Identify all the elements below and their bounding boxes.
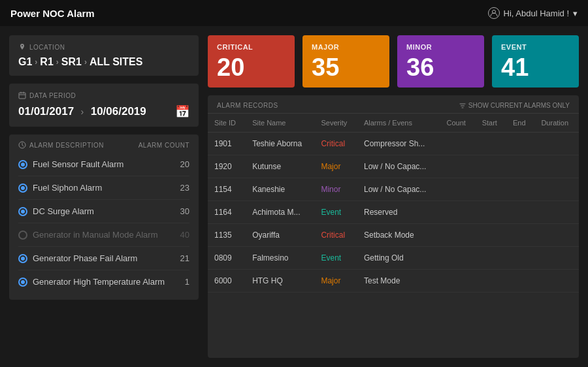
cell-severity: Critical: [314, 224, 357, 247]
cell-end: [506, 178, 534, 201]
alarm-name: Generator High Temperature Alarm: [33, 277, 165, 287]
cell-alarm: Low / No Capac...: [357, 155, 440, 178]
stat-card-major: MAJOR 35: [302, 35, 389, 88]
alarm-list-item[interactable]: DC Surge Alarm 30: [18, 200, 189, 223]
alarm-item-left: Generator Phase Fail Alarm: [18, 253, 137, 263]
cell-end: [506, 247, 534, 270]
dropdown-icon: ▾: [573, 8, 578, 18]
alarm-count: 21: [180, 253, 189, 263]
cell-site-name: Oyariffa: [246, 224, 314, 247]
cell-alarm: Getting Old: [357, 247, 440, 270]
cell-site-name: Kutunse: [246, 155, 314, 178]
cell-start: [476, 178, 506, 201]
alarm-items-list: Fuel Sensor Fault Alarm 20 Fuel Siphon A…: [18, 153, 189, 293]
cell-start: [476, 247, 506, 270]
table-column-header: End: [506, 114, 534, 133]
breadcrumb: G1 › R1 › SR1 › ALL SITES: [18, 56, 189, 68]
cell-site-name: Teshie Aborna: [246, 133, 314, 155]
cell-site-id: 6000: [208, 270, 246, 293]
cell-end: [506, 155, 534, 178]
table-column-header: Severity: [314, 114, 357, 133]
stat-card-critical: CRITICAL 20: [208, 35, 295, 88]
user-menu[interactable]: Hi, Abdul Hamid ! ▾: [488, 7, 578, 19]
cell-site-id: 1154: [208, 178, 246, 201]
calendar-pick-icon[interactable]: 📅: [175, 104, 189, 119]
alarm-records-card: ALARM RECORDS SHOW CURRENT ALARMS ONLY S…: [208, 95, 579, 358]
alarm-name: Generator in Manual Mode Alarm: [33, 230, 157, 240]
date-range: 01/01/2017 › 10/06/2019 📅: [18, 104, 189, 119]
breadcrumb-g1: G1: [18, 56, 32, 68]
cell-site-id: 1135: [208, 224, 246, 247]
alarm-records-table-container[interactable]: Site IDSite NameSeverityAlarms / EvensCo…: [208, 114, 579, 358]
table-column-header: Duration: [534, 114, 579, 133]
breadcrumb-r1: R1: [40, 56, 53, 68]
cell-count: [440, 247, 476, 270]
location-icon: [18, 43, 26, 51]
alarm-list-item[interactable]: Generator in Manual Mode Alarm 40: [18, 223, 189, 247]
stat-value: 35: [312, 55, 380, 80]
date-separator: ›: [81, 106, 84, 117]
cell-end: [506, 201, 534, 224]
stat-label: MINOR: [406, 43, 475, 51]
cell-site-id: 1920: [208, 155, 246, 178]
user-label: Hi, Abdul Hamid !: [504, 8, 569, 18]
cell-duration: [534, 224, 579, 247]
calendar-icon: [18, 91, 26, 99]
alarm-description-card: ALARM DESCRIPTION ALARM COUNT Fuel Senso…: [9, 135, 199, 300]
alarm-list-item[interactable]: Generator High Temperature Alarm 1: [18, 270, 189, 293]
topnav: Power NOC Alarm Hi, Abdul Hamid ! ▾: [0, 0, 588, 26]
location-card: LOCATION G1 › R1 › SR1 › ALL SITES: [9, 35, 199, 76]
table-header: Site IDSite NameSeverityAlarms / EvensCo…: [208, 114, 579, 133]
breadcrumb-allsites: ALL SITES: [90, 56, 143, 68]
alarm-list-item[interactable]: Fuel Sensor Fault Alarm 20: [18, 153, 189, 176]
breadcrumb-arrow-2: ›: [56, 57, 59, 67]
cell-severity: Minor: [314, 178, 357, 201]
show-current-button[interactable]: SHOW CURRENT ALARMS ONLY: [459, 102, 570, 109]
cell-end: [506, 133, 534, 155]
table-row[interactable]: 0809 Falmesino Event Getting Old: [208, 247, 579, 270]
stat-label: MAJOR: [312, 43, 380, 51]
stat-label: EVENT: [501, 43, 570, 51]
alarm-records-title: ALARM RECORDS: [217, 102, 278, 109]
breadcrumb-arrow-1: ›: [35, 57, 37, 67]
table-row[interactable]: 1164 Achimota M... Event Reserved: [208, 201, 579, 224]
cell-count: [440, 155, 476, 178]
data-period-label: DATA PERIOD: [18, 91, 189, 99]
filter-icon: [459, 103, 466, 109]
stat-value: 20: [217, 55, 286, 80]
cell-duration: [534, 155, 579, 178]
cell-site-name: Achimota M...: [246, 201, 314, 224]
alarm-status-dot: [18, 278, 27, 287]
cell-site-name: Kaneshie: [246, 178, 314, 201]
cell-severity: Event: [314, 247, 357, 270]
alarm-records-table: Site IDSite NameSeverityAlarms / EvensCo…: [208, 114, 579, 293]
table-row[interactable]: 1154 Kaneshie Minor Low / No Capac...: [208, 178, 579, 201]
clock-icon: [18, 141, 26, 149]
cell-duration: [534, 133, 579, 155]
cell-alarm: Setback Mode: [357, 224, 440, 247]
alarm-records-header: ALARM RECORDS SHOW CURRENT ALARMS ONLY: [208, 95, 579, 114]
alarm-list-item[interactable]: Generator Phase Fail Alarm 21: [18, 247, 189, 270]
table-row[interactable]: 1901 Teshie Aborna Critical Compressor S…: [208, 133, 579, 155]
cell-severity: Major: [314, 155, 357, 178]
stat-card-event: EVENT 41: [492, 35, 579, 88]
breadcrumb-arrow-3: ›: [84, 57, 87, 67]
table-row[interactable]: 1135 Oyariffa Critical Setback Mode: [208, 224, 579, 247]
alarm-item-left: DC Surge Alarm: [18, 206, 94, 216]
table-row[interactable]: 6000 HTG HQ Major Test Mode: [208, 270, 579, 293]
alarm-list-item[interactable]: Fuel Siphon Alarm 23: [18, 176, 189, 200]
alarm-item-left: Fuel Siphon Alarm: [18, 183, 102, 193]
cell-severity: Event: [314, 201, 357, 224]
alarm-status-dot: [18, 254, 27, 263]
date-start: 01/01/2017: [18, 105, 74, 118]
cell-severity: Critical: [314, 133, 357, 155]
table-row[interactable]: 1920 Kutunse Major Low / No Capac...: [208, 155, 579, 178]
date-end: 10/06/2019: [91, 105, 146, 118]
svg-rect-1: [19, 93, 25, 99]
cell-site-name: HTG HQ: [246, 270, 314, 293]
table-body: 1901 Teshie Aborna Critical Compressor S…: [208, 133, 579, 293]
stat-label: CRITICAL: [217, 43, 286, 51]
cell-duration: [534, 178, 579, 201]
alarm-item-left: Generator in Manual Mode Alarm: [18, 230, 157, 240]
table-column-header: Alarms / Evens: [357, 114, 440, 133]
